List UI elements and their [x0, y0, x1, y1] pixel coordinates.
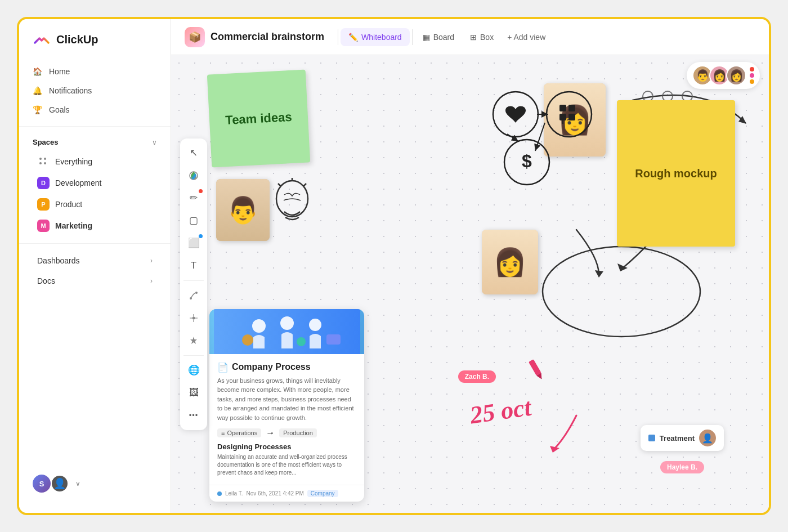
doc-card-tags: ≡ Operations → Production: [217, 428, 356, 438]
divider-1: [19, 126, 171, 127]
doc-card-title: 📄 Company Process: [217, 362, 356, 373]
tool-pencil[interactable]: ✏: [183, 188, 204, 208]
product-label: Product: [55, 200, 82, 209]
person-photo-2: 👩: [482, 230, 538, 294]
doc-section-title: Designing Processes: [217, 442, 356, 451]
sidebar: ClickUp 🏠 Home 🔔 Notifications 🏆 Goals S…: [19, 19, 171, 513]
doc-card-body: 📄 Company Process As your business grows…: [209, 354, 364, 485]
svg-rect-18: [559, 105, 566, 111]
doc-author: Leila T.: [225, 490, 243, 497]
bell-icon: 🔔: [33, 86, 42, 95]
docs-label: Docs: [37, 276, 55, 285]
everything-label: Everything: [55, 157, 92, 166]
treatment-badge: Treatment 👤: [641, 425, 724, 451]
user-avatar-s[interactable]: S: [33, 475, 51, 493]
tool-more[interactable]: •••: [183, 405, 204, 426]
svg-line-28: [303, 184, 306, 186]
doc-icon: 📄: [217, 362, 229, 373]
sticky-note-rough-mockup[interactable]: Rough mockup: [617, 100, 735, 247]
svg-point-5: [190, 297, 192, 299]
sidebar-item-home[interactable]: 🏠 Home: [26, 62, 164, 81]
tool-sticky[interactable]: ⬜: [183, 233, 204, 253]
topbar: 📦 Commercial brainstorm ✏️ Whiteboard ▦ …: [171, 19, 769, 55]
box-tab-icon: ⊞: [470, 33, 477, 42]
whiteboard-tab-icon: ✏️: [348, 33, 358, 42]
arrow-icon: →: [266, 428, 275, 438]
svg-rect-20: [559, 114, 566, 120]
name-label-haylee: Haylee B.: [660, 461, 704, 473]
doc-card[interactable]: 📄 Company Process As your business grows…: [209, 309, 364, 502]
docs-section[interactable]: Docs ›: [24, 271, 166, 291]
development-dot: D: [37, 177, 50, 189]
sidebar-nav: 🏠 Home 🔔 Notifications 🏆 Goals: [19, 62, 171, 119]
svg-point-2: [39, 162, 42, 164]
product-dot: P: [37, 198, 50, 211]
everything-icon: [37, 155, 50, 168]
svg-rect-37: [326, 334, 341, 345]
board-tab-icon: ▦: [423, 33, 430, 42]
tool-cursor[interactable]: ↖: [183, 143, 204, 163]
tool-mindmap[interactable]: [183, 308, 204, 328]
svg-point-29: [543, 247, 700, 337]
doc-icon: 📦: [185, 27, 205, 47]
user-avatar-g[interactable]: 👤: [51, 475, 69, 493]
add-view-button[interactable]: + Add view: [502, 28, 551, 46]
svg-point-33: [280, 316, 294, 330]
chevron-down-icon: ∨: [152, 138, 157, 146]
sidebar-item-goals[interactable]: 🏆 Goals: [26, 100, 164, 119]
doc-card-header: [209, 309, 364, 354]
sidebar-item-everything[interactable]: Everything: [24, 151, 166, 172]
marketing-label: Marketing: [55, 221, 92, 230]
app-name: ClickUp: [56, 33, 98, 46]
person-photo-3: 👨: [216, 179, 270, 241]
tab-board[interactable]: ▦ Board: [415, 28, 462, 46]
collab-dot-3: [750, 79, 754, 84]
spaces-label: Spaces: [33, 138, 59, 146]
doc-section-text: Maintaining an accurate and well-organiz…: [217, 453, 356, 477]
sidebar-item-development[interactable]: D Development: [24, 172, 166, 194]
doc-tag-production: Production: [279, 428, 317, 437]
svg-text:$: $: [522, 151, 532, 171]
topbar-divider: [338, 29, 338, 45]
sticky-note-team-ideas[interactable]: Team ideas: [207, 70, 310, 168]
whiteboard-canvas[interactable]: ↖ ✏ ▢ ⬜: [171, 55, 769, 513]
trophy-icon: 🏆: [33, 105, 42, 114]
svg-rect-19: [568, 105, 575, 111]
divider-2: [19, 243, 171, 244]
tool-square[interactable]: ▢: [183, 211, 204, 231]
chevron-right-icon: ›: [150, 257, 153, 265]
logo[interactable]: ClickUp: [19, 30, 171, 62]
tool-connector[interactable]: [183, 285, 204, 306]
svg-point-7: [192, 316, 195, 319]
spaces-section-header[interactable]: Spaces ∨: [19, 133, 171, 151]
svg-point-34: [309, 319, 321, 331]
clickup-logo-icon: [33, 30, 51, 48]
chevron-right-icon-2: ›: [150, 277, 153, 285]
date-annotation: 25 oct: [468, 393, 533, 430]
tool-image[interactable]: 🖼: [183, 383, 204, 403]
svg-point-0: [39, 158, 42, 160]
tool-globe[interactable]: 🌐: [183, 360, 204, 381]
tool-text[interactable]: T: [183, 256, 204, 276]
marketing-dot: M: [37, 220, 50, 232]
sidebar-item-product[interactable]: P Product: [24, 194, 166, 215]
topbar-divider-2: [412, 29, 413, 45]
sidebar-item-notifications[interactable]: 🔔 Notifications: [26, 81, 164, 100]
tool-palette[interactable]: [183, 166, 204, 186]
doc-card-description: As your business grows, things will inev…: [217, 376, 356, 423]
svg-line-27: [278, 184, 281, 186]
treatment-color-swatch: [648, 435, 655, 441]
dashboards-section[interactable]: Dashboards ›: [24, 251, 166, 271]
tool-ai[interactable]: [183, 330, 204, 351]
tab-box[interactable]: ⊞ Box: [462, 28, 502, 46]
sidebar-item-marketing[interactable]: M Marketing: [24, 215, 166, 236]
tab-whiteboard[interactable]: ✏️ Whiteboard: [341, 28, 410, 46]
treatment-avatar: 👤: [699, 430, 716, 446]
doc-card-footer: Leila T. Nov 6th, 2021 4:42 PM Company: [209, 485, 364, 502]
idea-circles: $: [482, 83, 606, 198]
doc-date: Nov 6th, 2021 4:42 PM: [247, 490, 304, 497]
doc-label: Company: [307, 490, 338, 497]
user-menu-chevron[interactable]: ∨: [75, 480, 80, 488]
svg-point-35: [242, 334, 253, 346]
collaborators-panel: 👨 👩 👩: [687, 62, 760, 89]
